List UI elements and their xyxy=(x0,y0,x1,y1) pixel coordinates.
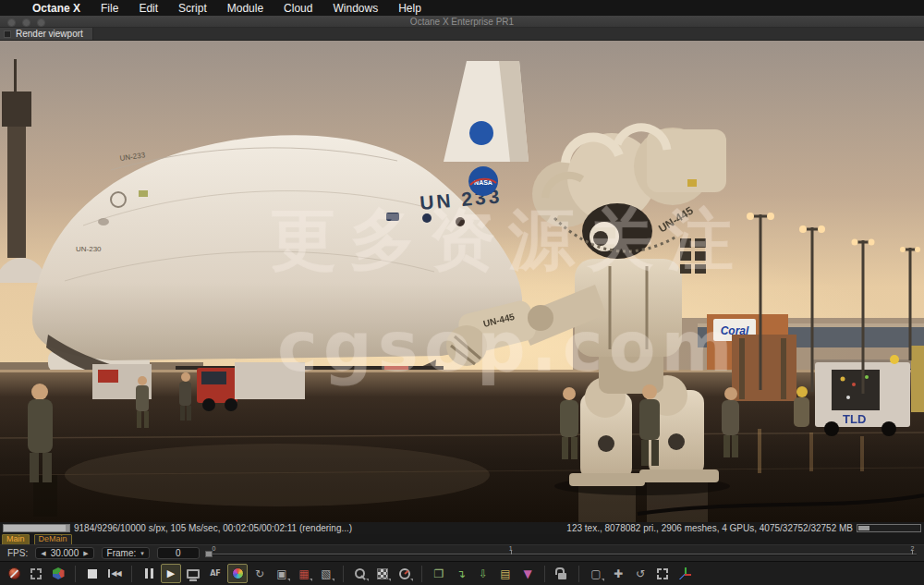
window-title-bar: Octane X Enterprise PR1 xyxy=(0,16,924,28)
render-region-icon[interactable] xyxy=(26,564,46,583)
tld-label: TLD xyxy=(843,412,866,426)
abort-render-icon[interactable] xyxy=(4,564,24,583)
fps-stepper: ◀ 30.000 ▶ xyxy=(35,547,93,559)
toolbar-separator xyxy=(544,566,545,582)
timeline-tick-0: 0 xyxy=(213,545,216,552)
render-progress-bar xyxy=(3,524,70,532)
fps-value[interactable]: 30.000 xyxy=(51,548,79,558)
resources-text: 123 tex., 8078082 pri., 2906 meshes, 4 G… xyxy=(566,523,853,533)
menu-file[interactable]: File xyxy=(91,2,128,15)
color-picker-wheel-icon[interactable] xyxy=(227,564,248,583)
performance-gauge-icon[interactable] xyxy=(395,564,415,583)
render-progress-text: 9184/9296/10000 s/px, 105 Ms/sec, 00:02:… xyxy=(74,523,352,533)
rgb-cube-icon[interactable] xyxy=(48,564,68,583)
toolbar-separator xyxy=(75,566,76,582)
timeline-handle[interactable] xyxy=(205,551,213,557)
toolbar-separator xyxy=(421,566,422,582)
render-passes-icon[interactable]: ▼ xyxy=(517,564,538,583)
save-render-icon[interactable]: ▤ xyxy=(495,564,516,583)
window-controls xyxy=(7,18,45,27)
frame-label: Frame: xyxy=(107,548,137,558)
memory-progress-fill xyxy=(858,526,869,530)
timeline-rail xyxy=(207,554,917,555)
pan-camera-icon[interactable]: ✚ xyxy=(608,564,628,583)
tab-demain[interactable]: DeMain xyxy=(34,534,72,545)
frame-value: 0 xyxy=(176,548,181,558)
render-status-bar: 9184/9296/10000 s/px, 105 Ms/sec, 00:02:… xyxy=(0,522,924,534)
tab-main[interactable]: Main xyxy=(2,534,30,545)
menu-windows[interactable]: Windows xyxy=(322,2,388,15)
export-image-icon[interactable]: ↴ xyxy=(451,564,471,583)
zoom-window-button[interactable] xyxy=(37,18,45,27)
pause-render-icon[interactable] xyxy=(139,564,159,583)
close-window-button[interactable] xyxy=(7,18,16,27)
fit-view-icon[interactable] xyxy=(652,564,673,583)
fps-decrease-button[interactable]: ◀ xyxy=(41,550,45,557)
menu-module[interactable]: Module xyxy=(217,2,274,15)
tab-label: Render viewport xyxy=(16,29,83,39)
app-menu[interactable]: Octane X xyxy=(22,2,91,15)
resume-render-icon[interactable]: ▶ xyxy=(161,564,181,583)
camera-picker-icon[interactable]: ▣ xyxy=(272,564,292,583)
realtime-display-icon[interactable] xyxy=(183,564,203,583)
tab-render-viewport[interactable]: Render viewport xyxy=(0,28,93,40)
fps-label: FPS: xyxy=(7,548,28,558)
menu-edit[interactable]: Edit xyxy=(128,2,168,15)
frame-mode-dropdown[interactable]: Frame: ▾ xyxy=(102,547,150,559)
subsampling-icon[interactable]: AF xyxy=(205,564,225,583)
material-picker-icon[interactable]: ↻ xyxy=(249,564,270,583)
watermark-line1: 更多资源关注 xyxy=(270,196,747,285)
timeline-tickline-2 xyxy=(912,550,913,555)
render-progress-tip xyxy=(66,525,69,531)
watermark-line2: cgsop.com xyxy=(277,307,738,386)
menu-bar: Octane X FileEditScriptModuleCloudWindow… xyxy=(0,0,924,16)
import-package-icon[interactable]: ⇩ xyxy=(473,564,493,583)
render-target-tabs: Main DeMain xyxy=(0,534,924,544)
pick-object-icon[interactable]: ▢ xyxy=(586,564,606,583)
menu-help[interactable]: Help xyxy=(388,2,432,15)
frame-value-field[interactable]: 0 xyxy=(157,547,200,559)
white-balance-picker-icon[interactable]: ▦ xyxy=(294,564,314,583)
minimize-window-button[interactable] xyxy=(22,18,30,27)
menu-cloud[interactable]: Cloud xyxy=(274,2,322,15)
memory-progress-bar xyxy=(857,524,921,532)
tab-icon xyxy=(4,30,11,38)
viewport-tab-bar: Render viewport xyxy=(0,28,924,41)
chevron-down-icon: ▾ xyxy=(140,550,144,557)
toolbar-separator xyxy=(578,566,579,582)
octane-x-app: Octane X FileEditScriptModuleCloudWindow… xyxy=(0,0,924,585)
background-alpha-icon[interactable] xyxy=(372,564,393,583)
timeline-bar: FPS: ◀ 30.000 ▶ Frame: ▾ 0 0 1 2 xyxy=(0,544,924,561)
axis-gizmo-icon[interactable] xyxy=(675,564,695,583)
render-viewport[interactable]: Coral xyxy=(0,41,924,522)
timeline-track[interactable]: 0 1 2 xyxy=(207,545,917,561)
stop-render-icon[interactable] xyxy=(82,564,103,583)
plane-label-small-2: UN-230 xyxy=(76,245,102,253)
zoom-reset-icon[interactable] xyxy=(350,564,371,583)
orbit-camera-icon[interactable]: ↺ xyxy=(630,564,650,583)
viewport-toolbar: ◀◀▶AF↻▣▦▧❐↴⇩▤▼▢✚↺ xyxy=(0,561,924,585)
render-progress-fill xyxy=(4,525,66,531)
copy-image-icon[interactable]: ❐ xyxy=(429,564,449,583)
restart-render-icon[interactable]: ◀◀ xyxy=(104,564,125,583)
fps-increase-button[interactable]: ▶ xyxy=(83,550,88,557)
toolbar-separator xyxy=(343,566,344,582)
crop-picker-icon[interactable]: ▧ xyxy=(316,564,336,583)
window-title: Octane X Enterprise PR1 xyxy=(0,16,924,28)
toolbar-separator xyxy=(131,566,132,582)
menu-script[interactable]: Script xyxy=(168,2,217,15)
lock-viewport-icon[interactable] xyxy=(552,564,572,583)
timeline-tickline-1 xyxy=(511,550,512,555)
